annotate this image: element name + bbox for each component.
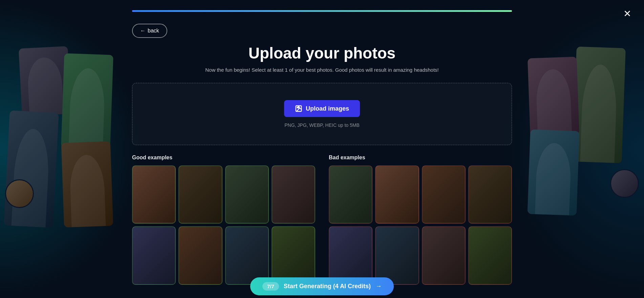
bad-examples-column: Bad examples (329, 155, 512, 285)
left-circle-photo (5, 179, 34, 208)
progress-bar-fill (132, 10, 512, 12)
progress-bar-container (132, 10, 512, 12)
bad-example-1 (329, 165, 372, 224)
generate-label: Start Generating (4 AI Credits) (284, 283, 371, 290)
good-example-1 (132, 165, 176, 224)
close-button[interactable]: ✕ (620, 7, 634, 20)
right-photo-1 (573, 47, 626, 163)
bad-examples-label: Bad examples (329, 155, 512, 161)
bad-example-2 (375, 165, 419, 224)
upload-dropzone[interactable]: Upload images PNG, JPG, WEBP, HEIC up to… (132, 83, 512, 145)
good-example-3 (225, 165, 269, 224)
left-photo-3 (61, 141, 113, 228)
good-examples-grid (132, 165, 315, 285)
upload-hint: PNG, JPG, WEBP, HEIC up to 5MB (284, 122, 359, 128)
page-title: Upload your photos (249, 44, 395, 62)
left-photo-2 (61, 53, 113, 150)
good-example-4 (272, 165, 315, 224)
examples-section: Good examples Bad examples (132, 155, 512, 285)
bad-example-4 (468, 165, 512, 224)
good-examples-column: Good examples (132, 155, 315, 285)
good-examples-label: Good examples (132, 155, 315, 161)
main-content: Upload your photos Now the fun begins! S… (132, 24, 512, 298)
bottom-bar: 7/7 Start Generating (4 AI Credits) → (132, 274, 512, 298)
good-example-2 (178, 165, 222, 224)
right-decorative-photos (515, 47, 644, 250)
upload-images-label: Upload images (306, 105, 349, 112)
upload-icon (295, 105, 302, 112)
left-photo-4 (4, 110, 59, 228)
start-generating-button[interactable]: 7/7 Start Generating (4 AI Credits) → (250, 277, 394, 295)
bad-examples-grid (329, 165, 512, 285)
left-decorative-photos (0, 47, 129, 250)
page-subtitle: Now the fun begins! Select at least 1 of… (205, 67, 439, 73)
generate-arrow-icon: → (375, 283, 382, 290)
upload-images-button[interactable]: Upload images (284, 100, 360, 117)
right-photo-3 (528, 130, 580, 216)
right-photo-2 (528, 57, 579, 136)
generate-badge: 7/7 (262, 282, 279, 291)
bad-example-3 (422, 165, 466, 224)
right-circle-photo (610, 169, 639, 198)
